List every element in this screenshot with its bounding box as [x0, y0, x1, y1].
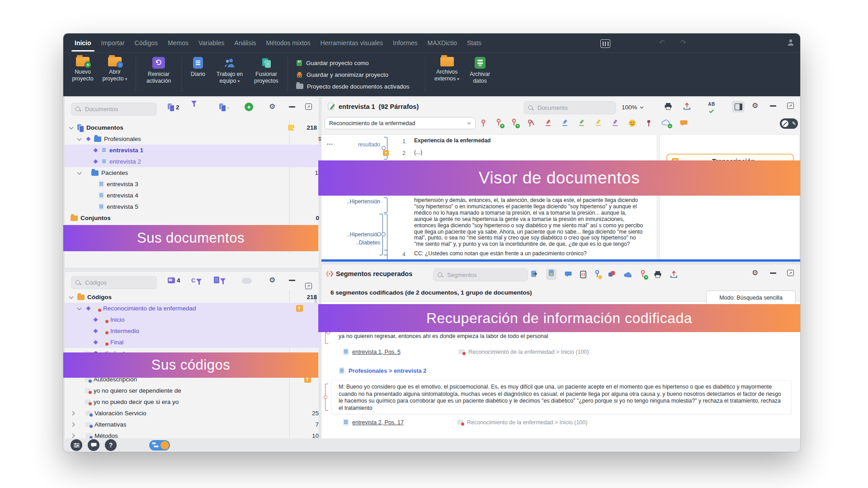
theme-toggle[interactable]	[149, 440, 170, 450]
code-label-hipertension-2[interactable]: ..Hipertensión	[326, 231, 380, 238]
code-pin-icon[interactable]	[481, 119, 486, 127]
tree-row-entrevista-4[interactable]: entrevista 4 26	[65, 190, 353, 201]
expander-icon[interactable]	[68, 125, 75, 131]
viewer-search[interactable]	[524, 101, 616, 114]
viewer-settings-icon[interactable]: ⚙	[752, 102, 758, 109]
paragraph-1-text[interactable]: Experiencia de la enfermedad	[414, 138, 491, 144]
highlighter-blue-icon[interactable]	[561, 118, 568, 128]
tree-row-conjuntos[interactable]: Conjuntos 0	[65, 212, 325, 224]
segments-settings-icon[interactable]: ⚙	[752, 269, 758, 277]
print-icon[interactable]	[664, 103, 672, 112]
code-select-dropdown[interactable]: Reconocimiento de la enfermedad	[325, 117, 476, 129]
segments-search-input[interactable]	[446, 271, 524, 279]
export-icon[interactable]	[670, 270, 678, 278]
code-favorite-icon[interactable]	[646, 119, 651, 127]
tab-stats[interactable]: Stats	[462, 33, 486, 52]
open-project-button[interactable]: ↑ Abrir proyecto	[98, 54, 132, 95]
code-with-new-code-icon[interactable]: +	[496, 118, 501, 128]
tree-row-alternativas[interactable]: Alternativas 7	[65, 419, 324, 430]
segment-2-text[interactable]: M: Bueno yo considero que es el emotivo,…	[339, 384, 785, 412]
tree-row-pacientes[interactable]: Pacientes 124	[65, 167, 330, 178]
codes-search[interactable]	[71, 276, 157, 289]
tree-row-yo-no-quiero[interactable]: yo no quiero ser dependiente de 1	[65, 385, 339, 396]
save-project-as-item[interactable]: Guardar proyecto como	[296, 58, 410, 68]
activated-documents-indicator[interactable]: 2	[168, 103, 179, 111]
tab-herramientas-visuales[interactable]: Herramientas visuales	[316, 33, 388, 52]
expander-collapsed-icon[interactable]	[70, 422, 76, 428]
transform-badge-icon[interactable]: T	[296, 305, 303, 312]
smart-coding-tool-icon[interactable]	[580, 271, 586, 278]
new-project-button[interactable]: + Nuevo proyecto	[68, 54, 98, 95]
segments-minimize-icon[interactable]	[770, 272, 776, 274]
document-group-link[interactable]: Profesionales > entrevista 2	[349, 367, 426, 374]
tab-metodos-mixtos[interactable]: Métodos mixtos	[261, 33, 316, 52]
segment-2-source-link[interactable]: entrevista 2, Pos. 17	[352, 419, 404, 426]
coded-documents-filter-icon[interactable]	[214, 277, 226, 283]
segment-2-code-path[interactable]: Reconocimiento de la enfermedad > Inicio…	[467, 419, 587, 426]
teamwork-button[interactable]: Trabajo en equipo	[211, 54, 249, 95]
archive-data-button[interactable]: Archivar datos	[465, 54, 495, 95]
viewer-search-input[interactable]	[537, 104, 612, 112]
documents-undock-icon[interactable]: ↗	[305, 103, 312, 110]
documents-search[interactable]	[71, 103, 157, 116]
segment-1-source-link[interactable]: entrevista 1, Pos. 5	[352, 349, 401, 355]
export-segments-icon[interactable]	[530, 270, 538, 278]
help-icon[interactable]: ?	[105, 439, 117, 451]
user-account-icon[interactable]	[787, 38, 795, 48]
word-cloud-icon[interactable]	[623, 272, 632, 277]
codes-undock-icon[interactable]: ↗	[305, 283, 312, 289]
external-files-button[interactable]: Archivos externos	[429, 54, 465, 95]
code-retrieved-icon[interactable]: +	[640, 270, 646, 279]
tab-importar[interactable]: Importar	[96, 33, 130, 52]
tree-row-inicio[interactable]: Inicio 14	[65, 314, 347, 325]
tree-row-valoracion[interactable]: Valoración Servicio 25	[65, 408, 324, 419]
redo-icon[interactable]: ↷	[680, 38, 686, 47]
documents-minimize-icon[interactable]	[289, 106, 295, 108]
expander-icon[interactable]	[76, 136, 83, 142]
comment-icon[interactable]	[565, 271, 572, 277]
tree-row-entrevista-1[interactable]: entrevista 1 36	[65, 145, 347, 156]
paragraph-3-text[interactable]: hipertensión y demás, entonces, el, la a…	[414, 197, 644, 248]
tree-row-final[interactable]: Final 2	[65, 337, 347, 348]
export-icon[interactable]	[683, 102, 691, 112]
documents-settings-icon[interactable]: ⚙	[269, 103, 275, 110]
code-in-vivo-icon[interactable]: +	[511, 118, 517, 128]
tree-row-entrevista-3[interactable]: entrevista 3 63	[65, 178, 353, 190]
code-label-hipertension[interactable]: ..Hipertensión	[326, 198, 380, 205]
filter-codes-icon[interactable]: C	[191, 277, 202, 284]
tree-row-reconocimiento[interactable]: Reconocimiento de la enfermedad T 0	[65, 303, 330, 314]
edit-mode-toggle[interactable]: ✎	[780, 118, 798, 129]
documents-search-input[interactable]	[84, 105, 152, 113]
journal-button[interactable]: Diario	[185, 54, 211, 95]
expander-icon[interactable]	[76, 305, 83, 312]
codes-settings-icon[interactable]: ⚙	[269, 277, 275, 284]
memo-icon[interactable]	[288, 125, 294, 131]
highlighter-purple-icon[interactable]	[612, 118, 618, 128]
sidebar-toggle-icon[interactable]	[732, 101, 745, 113]
merge-projects-button[interactable]: ›‹ Fusionar proyectos	[249, 54, 284, 95]
coding-bracket[interactable]	[384, 250, 387, 260]
quick-settings-icon[interactable]	[71, 439, 82, 451]
paragraph-2-text[interactable]: (...)	[414, 150, 422, 156]
spellcheck-icon[interactable]: AB	[707, 102, 717, 115]
viewer-minimize-icon[interactable]	[770, 105, 776, 107]
tab-codigos[interactable]: Códigos	[130, 33, 163, 52]
segments-search[interactable]	[433, 268, 528, 282]
undo-icon[interactable]: ↷	[659, 38, 665, 47]
tab-inicio[interactable]: Inicio	[70, 33, 96, 52]
question-badge-icon[interactable]: ?	[383, 150, 389, 156]
highlighter-yellow-icon[interactable]	[595, 118, 602, 128]
code-label-resultado[interactable]: resultado	[340, 141, 380, 148]
tab-variables[interactable]: Variables	[193, 33, 229, 52]
tree-row-intermedio[interactable]: Intermedio 6	[65, 325, 347, 337]
highlighter-red-icon[interactable]	[545, 118, 552, 128]
tab-analisis[interactable]: Análisis	[229, 33, 261, 52]
coding-bracket[interactable]	[384, 197, 387, 213]
feedback-chat-icon[interactable]	[88, 439, 99, 451]
print-icon[interactable]	[654, 271, 662, 278]
tree-row-documents-root[interactable]: Documentos 218	[65, 122, 322, 133]
tree-row-entrevista-5[interactable]: entrevista 5 35	[65, 201, 353, 212]
emoticode-icon[interactable]	[628, 119, 636, 127]
expander-icon[interactable]	[76, 170, 83, 176]
paragraph-4-text[interactable]: CC: ¿Ustedes como notan que están frente…	[414, 251, 644, 257]
